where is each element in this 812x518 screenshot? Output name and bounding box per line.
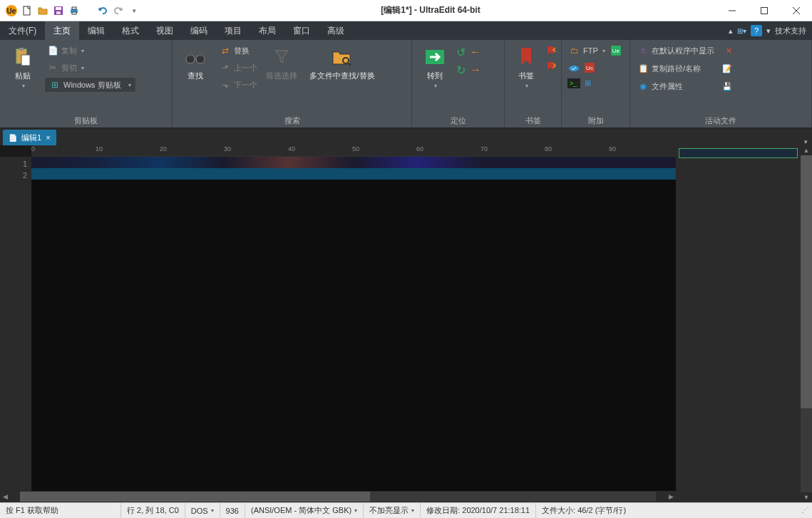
find-prev-button[interactable]: ⬏ 上一个 bbox=[217, 60, 260, 76]
paste-button[interactable]: 粘贴 ▾ bbox=[4, 43, 41, 92]
tab-overflow-icon[interactable]: ▾ bbox=[804, 138, 812, 145]
menu-tab-file[interactable]: 文件(F) bbox=[0, 21, 45, 40]
undo-icon[interactable] bbox=[96, 4, 110, 18]
line-number: 2 bbox=[0, 170, 27, 181]
qat-dropdown-icon[interactable]: ▾ bbox=[127, 4, 141, 18]
menu-tab-edit[interactable]: 编辑 bbox=[79, 21, 113, 40]
file-properties-button[interactable]: ◉ 文件属性 💾 bbox=[634, 78, 735, 94]
bookmark-button[interactable]: 书签 ▾ bbox=[509, 43, 543, 92]
close-button[interactable] bbox=[780, 0, 812, 21]
horizontal-scrollbar[interactable]: ◀ ▶ bbox=[0, 491, 676, 502]
window-controls bbox=[716, 0, 812, 21]
minimap-viewport[interactable] bbox=[679, 148, 798, 158]
filter-button[interactable]: 筛选选择 bbox=[263, 43, 300, 83]
help-icon[interactable]: ? bbox=[751, 25, 762, 36]
nav-fwd-orange-icon[interactable]: → bbox=[470, 63, 481, 77]
minimap[interactable] bbox=[676, 145, 801, 502]
windows-icon: ⊞ bbox=[49, 79, 61, 90]
ftp-button[interactable]: 🗀 FTP▾ Ue bbox=[566, 43, 624, 58]
menu-tab-layout[interactable]: 布局 bbox=[250, 21, 284, 40]
status-lineending[interactable]: DOS▾ bbox=[185, 503, 220, 518]
redo-icon[interactable] bbox=[111, 4, 125, 18]
scrollbar-track[interactable] bbox=[801, 155, 812, 492]
scroll-right-icon[interactable]: ▶ bbox=[666, 492, 676, 502]
resize-grip-icon[interactable]: ⋰ bbox=[798, 503, 812, 518]
svg-rect-15 bbox=[21, 55, 30, 66]
close-file-icon[interactable]: ✕ bbox=[717, 46, 732, 56]
vertical-scrollbar[interactable]: ▲ ▼ bbox=[801, 145, 812, 502]
copy-path-button[interactable]: 📋 复制路径/名称 📝 bbox=[634, 61, 735, 76]
rename-icon[interactable]: 📝 bbox=[714, 64, 732, 73]
goto-button[interactable]: 转到 ▾ bbox=[416, 43, 453, 92]
ribbon-group-bookmark: 书签 ▾ 书签 bbox=[505, 40, 562, 128]
ribbon-group-label: 定位 bbox=[412, 113, 504, 128]
menu-tab-encoding[interactable]: 编码 bbox=[182, 21, 216, 40]
minimize-button[interactable] bbox=[716, 0, 748, 21]
code-area[interactable] bbox=[31, 157, 676, 491]
ruler-tick: 50 bbox=[352, 145, 359, 152]
help-dropdown-icon[interactable]: ▾ bbox=[766, 26, 771, 36]
status-codepage[interactable]: 936 bbox=[220, 503, 245, 518]
cut-button[interactable]: ✂ 剪切▾ bbox=[44, 60, 136, 76]
maximize-button[interactable] bbox=[748, 0, 780, 21]
menu-tab-format[interactable]: 格式 bbox=[113, 21, 148, 40]
save-as-icon[interactable]: 💾 bbox=[714, 82, 732, 91]
scroll-up-icon[interactable]: ▲ bbox=[801, 145, 812, 155]
menu-tab-advanced[interactable]: 高级 bbox=[319, 21, 353, 40]
terminal-icon[interactable]: >_ bbox=[567, 78, 580, 88]
menu-tab-home[interactable]: 主页 bbox=[45, 21, 79, 40]
ruler-tick: 70 bbox=[480, 145, 488, 152]
status-position[interactable]: 行 2, 列 18, C0 bbox=[121, 503, 185, 518]
title-bar: Ue ▾ [编辑1*] - UltraEdit 64-bit bbox=[0, 0, 812, 21]
print-icon[interactable] bbox=[67, 4, 81, 18]
ruler-tick: 80 bbox=[545, 145, 552, 152]
perspective-icon[interactable]: ⊞▾ bbox=[737, 27, 746, 35]
document-tab-label: 编辑1 bbox=[21, 133, 41, 143]
menu-tab-view[interactable]: 视图 bbox=[148, 21, 182, 40]
bookmark-icon bbox=[515, 46, 538, 68]
scroll-down-icon[interactable]: ▼ bbox=[801, 492, 812, 502]
scroll-left-icon[interactable]: ◀ bbox=[0, 492, 10, 502]
document-tab[interactable]: 📄 编辑1 × bbox=[3, 130, 56, 145]
cloud-sync-icon[interactable] bbox=[567, 63, 580, 73]
find-next-button[interactable]: ⬎ 下一个 bbox=[217, 77, 260, 93]
menu-tab-window[interactable]: 窗口 bbox=[284, 21, 319, 40]
open-in-default-button[interactable]: ⎋ 在默认程序中显示 ✕ bbox=[634, 43, 735, 58]
scrollbar-thumb[interactable] bbox=[20, 492, 370, 502]
find-button[interactable]: 查找 bbox=[177, 43, 214, 83]
ruler-tick: 30 bbox=[224, 145, 231, 152]
ftp-icon: 🗀 bbox=[569, 45, 580, 56]
scrollbar-track[interactable] bbox=[20, 492, 656, 502]
status-highlight[interactable]: 不加亮显示▾ bbox=[364, 503, 421, 518]
ribbon-group-label: 书签 bbox=[505, 113, 561, 128]
ribbon-group-label: 附加 bbox=[562, 113, 629, 128]
ribbon-group-attach: 🗀 FTP▾ Ue Uc >_ ⊞ 附加 bbox=[562, 40, 630, 128]
cut-icon: ✂ bbox=[47, 62, 58, 73]
uc-icon[interactable]: Uc bbox=[585, 63, 595, 73]
bookmark-next-icon[interactable] bbox=[545, 61, 557, 71]
status-encoding[interactable]: (ANSI/OEM - 简体中文 GBK)▾ bbox=[245, 503, 364, 518]
windows-clipboard-button[interactable]: ⊞ Windows 剪贴板 ▾ bbox=[44, 77, 136, 93]
code-line bbox=[31, 157, 676, 168]
save-icon[interactable] bbox=[51, 4, 66, 18]
support-link[interactable]: 技术支持 bbox=[775, 26, 806, 36]
bookmark-prev-icon[interactable] bbox=[545, 46, 557, 56]
nav-back-green-icon[interactable]: ↺ bbox=[456, 46, 466, 59]
nav-back-orange-icon[interactable]: ← bbox=[470, 46, 481, 59]
svg-text:Ue: Ue bbox=[7, 7, 16, 15]
window-title: [编辑1*] - UltraEdit 64-bit bbox=[145, 4, 716, 16]
new-file-icon[interactable] bbox=[20, 4, 34, 18]
svg-point-23 bbox=[569, 66, 579, 71]
ribbon-collapse-icon[interactable]: ▴ bbox=[729, 26, 733, 36]
replace-button[interactable]: ⇄ 替换 bbox=[217, 43, 260, 58]
find-in-files-button[interactable]: 多文件中查找/替换 bbox=[303, 43, 381, 83]
copy-button[interactable]: 📄 复制▾ bbox=[44, 43, 136, 58]
scrollbar-thumb[interactable] bbox=[801, 155, 812, 408]
open-file-icon[interactable] bbox=[36, 4, 50, 18]
ribbon-group-clipboard: 粘贴 ▾ 📄 复制▾ ✂ 剪切▾ ⊞ Windows 剪贴板 ▾ 剪贴板 bbox=[0, 40, 173, 128]
copy-path-icon: 📋 bbox=[637, 63, 649, 74]
menu-tab-project[interactable]: 项目 bbox=[216, 21, 250, 40]
attach-more-icon[interactable]: ⊞ bbox=[585, 78, 591, 88]
close-tab-icon[interactable]: × bbox=[46, 133, 50, 142]
nav-fwd-green-icon[interactable]: ↻ bbox=[456, 63, 466, 77]
